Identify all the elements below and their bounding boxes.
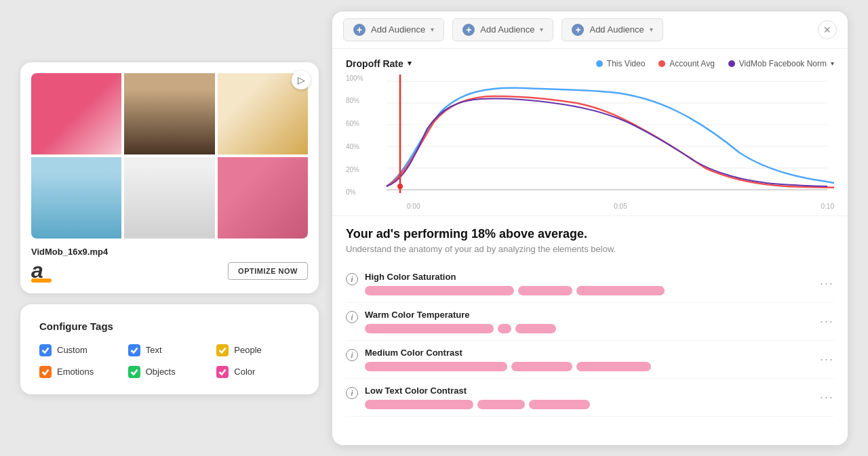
- more-button-1[interactable]: ···: [820, 276, 834, 291]
- plus-icon-3: +: [572, 24, 584, 36]
- grid-cell-5: [124, 157, 214, 239]
- flag-icon[interactable]: ▷: [292, 70, 311, 89]
- metric-content-3: Medium Color Contrast: [365, 348, 813, 371]
- metric-row-2: i Warm Color Temperature ···: [346, 303, 834, 341]
- info-icon-1[interactable]: i: [346, 273, 358, 285]
- metric-name-1: High Color Saturation: [365, 272, 813, 282]
- x-axis-labels: 0:00 0:05 0:10: [373, 201, 834, 210]
- chevron-down-icon: ▾: [408, 59, 412, 68]
- tag-checkbox-custom[interactable]: [39, 344, 52, 356]
- metric-bar-4b: [477, 400, 525, 409]
- dropoff-label: Dropoff Rate ▾: [346, 58, 412, 69]
- more-button-2[interactable]: ···: [820, 314, 834, 329]
- metric-row-3: i Medium Color Contrast ···: [346, 341, 834, 379]
- chart-header: Dropoff Rate ▾ This Video Account Avg Vi…: [346, 58, 834, 69]
- info-icon-3[interactable]: i: [346, 349, 358, 361]
- tag-label-custom: Custom: [57, 345, 87, 355]
- performance-headline: Your ad's performing 18% above average.: [346, 227, 834, 241]
- legend-vidmob-norm: VidMob Facebook Norm ▾: [728, 59, 834, 68]
- left-column: ▷ VidMob_16x9.mp4 a OPTIMIZE NOW Configu…: [20, 62, 319, 394]
- tags-card: Configure Tags Custom Text People: [20, 304, 319, 394]
- add-audience-btn-1[interactable]: + Add Audience ▾: [343, 18, 444, 41]
- metric-bar-3b: [511, 362, 572, 371]
- chart-legend: This Video Account Avg VidMob Facebook N…: [596, 59, 834, 68]
- tag-checkbox-emotions[interactable]: [39, 366, 52, 378]
- audience-bar: + Add Audience ▾ + Add Audience ▾ + Add …: [332, 12, 848, 49]
- amazon-letter: a: [31, 260, 43, 281]
- grid-cell-2: [124, 73, 214, 154]
- tag-checkbox-people[interactable]: [216, 344, 229, 356]
- amazon-logo: a: [31, 260, 52, 283]
- tag-label-people: People: [234, 345, 261, 355]
- legend-dot-purple: [728, 60, 735, 67]
- plus-icon-2: +: [462, 24, 475, 36]
- audience-label-3: Add Audience: [589, 24, 644, 35]
- metric-bar-1b: [518, 286, 572, 295]
- metric-bars-2: [365, 324, 813, 333]
- plus-icon-1: +: [353, 24, 366, 36]
- performance-subtext: Understand the anatomy of your ad by ana…: [346, 244, 834, 254]
- tag-custom[interactable]: Custom: [39, 344, 123, 356]
- tags-grid: Custom Text People Emotions: [39, 344, 300, 378]
- close-button[interactable]: ✕: [818, 20, 837, 39]
- info-icon-2[interactable]: i: [346, 311, 358, 323]
- tag-people[interactable]: People: [216, 344, 300, 356]
- tag-label-text: Text: [146, 345, 162, 355]
- tag-color[interactable]: Color: [216, 366, 300, 378]
- tag-checkbox-text[interactable]: [128, 344, 140, 356]
- tag-checkbox-objects[interactable]: [128, 366, 140, 378]
- metric-content-1: High Color Saturation: [365, 272, 813, 295]
- metric-bar-2a: [365, 324, 494, 333]
- video-card: ▷ VidMob_16x9.mp4 a OPTIMIZE NOW: [20, 62, 319, 293]
- tag-label-color: Color: [234, 367, 255, 377]
- metric-row-1: i High Color Saturation ···: [346, 265, 834, 303]
- add-audience-btn-3[interactable]: + Add Audience ▾: [561, 18, 663, 41]
- tag-label-emotions: Emotions: [57, 367, 94, 377]
- grid-cell-4: [31, 157, 121, 239]
- grid-cell-6: [218, 157, 308, 239]
- legend-dot-red: [658, 60, 665, 67]
- metric-bar-2c: [515, 324, 556, 333]
- analytics-section: Your ad's performing 18% above average. …: [332, 215, 848, 445]
- metric-name-3: Medium Color Contrast: [365, 348, 813, 358]
- chart-svg: [346, 75, 834, 210]
- optimize-button[interactable]: OPTIMIZE NOW: [228, 262, 308, 280]
- tags-title: Configure Tags: [39, 320, 300, 332]
- more-button-3[interactable]: ···: [820, 352, 834, 367]
- video-grid: [31, 73, 308, 239]
- metric-bar-4c: [529, 400, 590, 409]
- video-meta: a OPTIMIZE NOW: [31, 260, 308, 283]
- amazon-arrow: [31, 278, 52, 283]
- chevron-icon-2: ▾: [540, 26, 543, 33]
- tag-objects[interactable]: Objects: [128, 366, 212, 378]
- legend-account-avg: Account Avg: [658, 59, 715, 68]
- video-filename: VidMob_16x9.mp4: [31, 247, 308, 257]
- svg-point-7: [397, 184, 403, 189]
- chevron-icon-1: ▾: [431, 26, 434, 33]
- chart-area: Dropoff Rate ▾ This Video Account Avg Vi…: [332, 49, 848, 215]
- metric-bars-1: [365, 286, 813, 295]
- metric-name-4: Low Text Color Contrast: [365, 386, 813, 396]
- chevron-norm-icon: ▾: [831, 60, 834, 67]
- metric-bar-3c: [576, 362, 651, 371]
- add-audience-btn-2[interactable]: + Add Audience ▾: [452, 18, 553, 41]
- metric-content-2: Warm Color Temperature: [365, 310, 813, 333]
- grid-cell-1: [31, 73, 121, 154]
- metric-row-4: i Low Text Color Contrast ···: [346, 379, 834, 417]
- legend-this-video: This Video: [596, 59, 645, 68]
- metric-name-2: Warm Color Temperature: [365, 310, 813, 320]
- metric-bar-1c: [576, 286, 665, 295]
- metric-content-4: Low Text Color Contrast: [365, 386, 813, 409]
- info-icon-4[interactable]: i: [346, 387, 358, 399]
- audience-label-2: Add Audience: [480, 24, 534, 35]
- legend-dot-blue: [596, 60, 603, 67]
- metric-bars-4: [365, 400, 813, 409]
- audience-label-1: Add Audience: [371, 24, 425, 35]
- more-button-4[interactable]: ···: [820, 390, 834, 405]
- tag-checkbox-color[interactable]: [216, 366, 229, 378]
- tag-text[interactable]: Text: [128, 344, 212, 356]
- tag-emotions[interactable]: Emotions: [39, 366, 123, 378]
- tag-label-objects: Objects: [146, 367, 176, 377]
- right-panel: + Add Audience ▾ + Add Audience ▾ + Add …: [332, 12, 848, 445]
- metric-bar-3a: [365, 362, 507, 371]
